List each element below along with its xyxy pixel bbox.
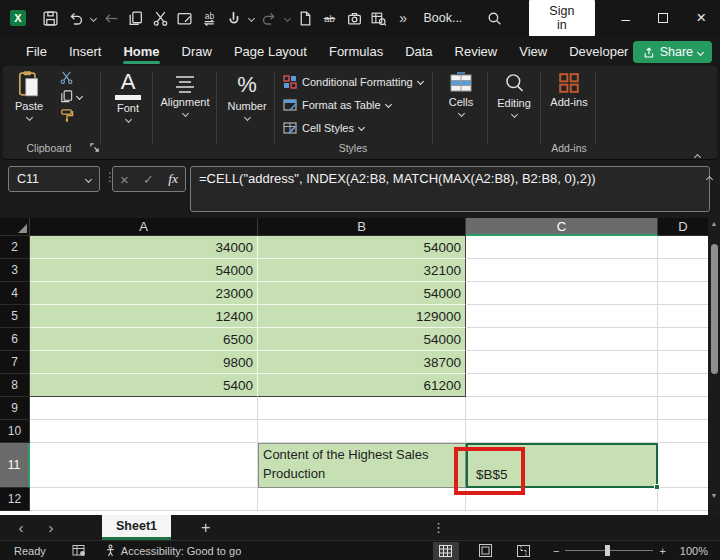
cell-D11[interactable] [658, 443, 708, 488]
cell-A12[interactable] [30, 488, 258, 511]
cell-D4[interactable] [658, 282, 708, 305]
zoom-slider[interactable] [565, 550, 653, 551]
column-header-C[interactable]: C [466, 218, 658, 236]
copy-icon[interactable] [123, 5, 148, 31]
cell-B7[interactable]: 38700 [258, 351, 466, 374]
addins-button[interactable]: Add-ins [545, 72, 593, 108]
cells-group-button[interactable]: Cells [439, 72, 483, 116]
cell-C8[interactable] [466, 374, 658, 397]
cell-D9[interactable] [658, 397, 708, 420]
zoom-level[interactable]: 100% [680, 545, 708, 557]
sheet-more-icon[interactable]: ⋮ [432, 520, 445, 535]
alignment-group-button[interactable]: Alignment [155, 74, 215, 116]
cell-B5[interactable]: 129000 [258, 305, 466, 328]
new-file-icon[interactable] [293, 5, 318, 31]
cell-A10[interactable] [30, 420, 258, 443]
sign-in-button[interactable]: Sign in [529, 0, 595, 36]
undo-icon[interactable] [63, 5, 88, 31]
cell-B10[interactable] [258, 420, 466, 443]
tab-data[interactable]: Data [395, 39, 442, 64]
prev-sheet-icon[interactable]: ‹ [6, 519, 36, 536]
tab-draw[interactable]: Draw [172, 39, 222, 64]
touch-mode-dropdown-icon[interactable] [246, 16, 257, 21]
row-header-8[interactable]: 8 [0, 374, 30, 397]
cell-A5[interactable]: 12400 [30, 305, 258, 328]
row-header-7[interactable]: 7 [0, 351, 30, 374]
row-header-3[interactable]: 3 [0, 259, 30, 282]
cell-D5[interactable] [658, 305, 708, 328]
zoom-in-button[interactable]: + [659, 545, 665, 557]
save-icon[interactable] [39, 5, 64, 31]
name-box[interactable]: C11 [8, 166, 100, 192]
strikethrough-icon[interactable]: ab [317, 5, 342, 31]
row-header-11[interactable]: 11 [0, 443, 30, 488]
cell-C7[interactable] [466, 351, 658, 374]
camera-icon[interactable] [342, 5, 367, 31]
tab-home[interactable]: Home [113, 39, 169, 64]
vertical-scroll-thumb[interactable] [711, 244, 718, 374]
cell-C10[interactable] [466, 420, 658, 443]
insert-function-icon[interactable]: fx [168, 171, 178, 187]
cell-A3[interactable]: 54000 [30, 259, 258, 282]
cell-D6[interactable] [658, 328, 708, 351]
cell-D12[interactable] [658, 488, 708, 511]
cut-icon[interactable] [148, 5, 173, 31]
column-header-A[interactable]: A [30, 218, 258, 236]
page-layout-view-button[interactable] [473, 542, 499, 560]
font-group-button[interactable]: A Font [107, 70, 149, 122]
tab-insert[interactable]: Insert [59, 39, 112, 64]
scroll-down-icon[interactable]: ▼ [708, 492, 720, 499]
normal-view-button[interactable] [433, 542, 459, 560]
row-header-12[interactable]: 12 [0, 488, 30, 511]
add-sheet-button[interactable]: + [201, 519, 210, 537]
format-painter-button[interactable] [59, 108, 82, 123]
cell-C9[interactable] [466, 397, 658, 420]
conditional-formatting-button[interactable]: Conditional Formatting [283, 70, 431, 93]
cell-A8[interactable]: 5400 [30, 374, 258, 397]
close-button[interactable]: × [682, 3, 720, 33]
number-group-button[interactable]: % Number [221, 72, 273, 120]
cell-D7[interactable] [658, 351, 708, 374]
minimize-button[interactable]: – [607, 3, 645, 33]
cell-B11[interactable]: Content of the Highest Sales Production [258, 443, 466, 488]
sheet-tab-sheet1[interactable]: Sheet1 [102, 515, 171, 540]
cell-A9[interactable] [30, 397, 258, 420]
cell-styles-button[interactable]: Cell Styles [283, 116, 431, 139]
formula-bar-collapse-icon[interactable] [707, 168, 712, 186]
touch-mode-icon[interactable] [221, 5, 246, 31]
cell-A2[interactable]: 34000 [30, 236, 258, 259]
cancel-formula-icon[interactable]: × [120, 171, 129, 188]
search-icon[interactable] [482, 5, 507, 31]
cell-A7[interactable]: 9800 [30, 351, 258, 374]
cell-A4[interactable]: 23000 [30, 282, 258, 305]
row-header-10[interactable]: 10 [0, 420, 30, 443]
paste-button[interactable]: Paste [15, 70, 43, 120]
tab-view[interactable]: View [509, 39, 557, 64]
cell-C4[interactable] [466, 282, 658, 305]
cell-B3[interactable]: 32100 [258, 259, 466, 282]
page-break-view-button[interactable] [511, 542, 537, 560]
zoom-out-button[interactable]: − [553, 545, 559, 557]
copy-button[interactable] [59, 89, 82, 104]
cell-B8[interactable]: 61200 [258, 374, 466, 397]
cell-D3[interactable] [658, 259, 708, 282]
formula-input[interactable]: =CELL("address", INDEX(A2:B8, MATCH(MAX(… [190, 166, 710, 212]
fill-handle[interactable] [654, 484, 660, 490]
row-header-6[interactable]: 6 [0, 328, 30, 351]
tab-formulas[interactable]: Formulas [319, 39, 393, 64]
zoom-slider-thumb[interactable] [605, 545, 610, 556]
clipboard-dialog-launcher-icon[interactable] [89, 142, 100, 153]
row-header-9[interactable]: 9 [0, 397, 30, 420]
vertical-scrollbar[interactable]: ▲ ▼ [708, 218, 720, 515]
scroll-up-icon[interactable]: ▲ [708, 220, 720, 227]
overflow-icon[interactable]: » [391, 5, 416, 31]
undo-dropdown-icon[interactable] [88, 16, 99, 21]
cell-C3[interactable] [466, 259, 658, 282]
cell-B6[interactable]: 54000 [258, 328, 466, 351]
cut-button[interactable] [59, 70, 82, 85]
macro-record-icon[interactable] [72, 544, 86, 557]
cell-B9[interactable] [258, 397, 466, 420]
row-header-4[interactable]: 4 [0, 282, 30, 305]
cell-D2[interactable] [658, 236, 708, 259]
cell-B2[interactable]: 54000 [258, 236, 466, 259]
